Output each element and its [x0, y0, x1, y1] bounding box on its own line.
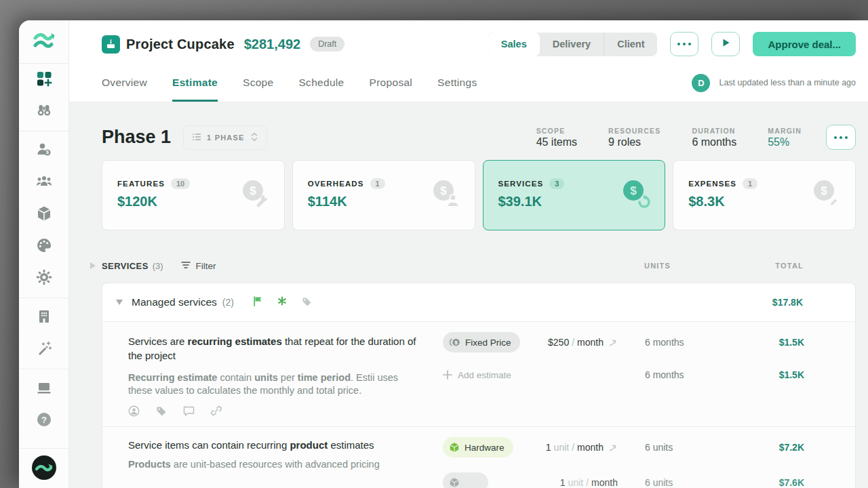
sidebar-item-theme[interactable] — [19, 230, 68, 262]
count-badge: 3 — [549, 178, 564, 189]
comment-icon[interactable] — [183, 405, 195, 417]
filter-icon — [181, 260, 191, 272]
sidebar-item-settings[interactable] — [19, 262, 68, 294]
play-button[interactable] — [711, 32, 740, 56]
price-cell[interactable]: 1 unit / month — [524, 442, 618, 453]
tab-schedule[interactable]: Schedule — [298, 64, 344, 102]
tab-proposal[interactable]: Proposal — [370, 64, 413, 102]
add-estimate-button[interactable]: Add estimate — [443, 370, 511, 380]
sidebar-item-search[interactable] — [19, 96, 68, 127]
segment-client[interactable]: Client — [604, 33, 657, 56]
trend-arrow-icon — [609, 338, 618, 346]
phase-list-icon — [192, 132, 201, 143]
sidebar-item-company[interactable] — [19, 302, 68, 333]
assignee-icon[interactable] — [128, 405, 140, 417]
product-cube-icon — [449, 477, 460, 488]
phase-selector[interactable]: 1 PHASE — [183, 125, 267, 150]
flag-icon[interactable] — [253, 296, 262, 309]
section-label: SERVICES — [102, 261, 149, 271]
phase-selector-label: 1 PHASE — [207, 134, 244, 142]
units-cell[interactable]: 6 units — [645, 442, 753, 453]
sidebar-item-projects[interactable] — [19, 64, 68, 96]
sidebar-item-team[interactable] — [19, 167, 68, 199]
tab-overview[interactable]: Overview — [102, 64, 147, 102]
table-row: Services are recurring estimates that re… — [102, 322, 855, 427]
dollar-person-icon: $ — [430, 178, 461, 212]
tag-small-icon[interactable] — [156, 405, 167, 417]
sidebar-profile-avatar[interactable] — [19, 450, 68, 488]
estii-logo[interactable] — [19, 20, 68, 64]
view-segmented-control: Sales Delivery Client — [488, 33, 658, 56]
status-badge: Draft — [310, 37, 344, 52]
card-services[interactable]: SERVICES 3 $39.1K $ — [483, 160, 666, 230]
total-column-header: TOTAL — [753, 262, 856, 270]
product-badge[interactable]: unit — [443, 472, 488, 488]
svg-text:$: $ — [440, 184, 447, 197]
dollar-wrench-icon: $ — [239, 178, 271, 212]
dollar-pencil-icon: $ — [810, 178, 842, 212]
filter-button[interactable]: Filter — [181, 260, 216, 272]
project-cake-icon — [102, 35, 120, 54]
gear-icon — [35, 268, 53, 289]
svg-text:$: $ — [631, 184, 637, 197]
link-icon[interactable] — [211, 405, 222, 417]
units-cell[interactable]: 6 units — [645, 477, 753, 488]
sidebar-item-rates[interactable]: $ — [19, 135, 68, 167]
ellipsis-icon — [834, 136, 848, 139]
magic-wand-icon — [36, 340, 52, 359]
units-cell[interactable]: 6 months — [645, 337, 753, 348]
stat-margin: MARGIN 55% — [768, 127, 802, 148]
chevron-updown-icon — [250, 131, 258, 144]
count-badge: 10 — [171, 178, 190, 189]
group-total: $17.8K — [752, 297, 855, 308]
svg-text:$: $ — [250, 184, 256, 197]
sidebar-divider — [19, 131, 68, 131]
disclosure-caret-icon[interactable] — [90, 262, 96, 269]
row-subdescription: Recurring estimate contain units per tim… — [128, 371, 422, 397]
sidebar-item-workspace[interactable] — [19, 373, 68, 405]
sidebar-item-help[interactable]: ? — [19, 405, 68, 436]
header-more-button[interactable] — [670, 32, 698, 56]
card-overheads[interactable]: OVERHEADS 1 $114K $ — [292, 160, 475, 230]
phase-more-button[interactable] — [826, 125, 856, 150]
stat-duration: DURATION 6 months — [692, 127, 736, 148]
category-cards: FEATURES 10 $120K $ — [102, 160, 856, 230]
sidebar-divider — [19, 448, 68, 449]
segment-delivery[interactable]: Delivery — [540, 33, 604, 56]
profile-wave-icon — [31, 454, 58, 484]
phase-stats: SCOPE 45 items RESOURCES 9 roles DURATIO… — [536, 127, 802, 148]
sidebar: $ — [19, 20, 69, 488]
caret-down-icon[interactable] — [116, 300, 123, 305]
row-subdescription: Products are unit-based resources with a… — [128, 458, 422, 471]
asterisk-icon[interactable] — [277, 296, 287, 308]
app-window: $ — [19, 20, 868, 488]
dollar-refresh-icon: $ — [620, 178, 651, 212]
price-cell[interactable]: 1 unit / month — [524, 477, 618, 488]
projects-grid-plus-icon — [35, 70, 53, 90]
tab-scope[interactable]: Scope — [243, 64, 273, 102]
segment-sales[interactable]: Sales — [488, 33, 540, 56]
user-avatar[interactable]: D — [692, 74, 710, 92]
estimate-content: Phase 1 1 PHASE — [69, 102, 868, 488]
person-dollar-icon: $ — [35, 141, 53, 161]
approve-deal-button[interactable]: Approve deal... — [753, 32, 856, 56]
sidebar-item-magic[interactable] — [19, 333, 68, 365]
total-cell: $1.5K — [753, 337, 856, 348]
sidebar-divider — [19, 369, 68, 369]
tab-settings[interactable]: Settings — [437, 64, 477, 102]
price-cell[interactable]: $250 / month — [524, 337, 618, 348]
sidebar-item-products[interactable] — [19, 199, 68, 230]
services-section-header: SERVICES (3) Filter UNITS TOTAL — [102, 256, 856, 276]
tab-estimate[interactable]: Estimate — [172, 64, 218, 102]
units-cell[interactable]: 6 months — [645, 369, 753, 380]
card-features[interactable]: FEATURES 10 $120K $ — [102, 160, 285, 230]
product-badge[interactable]: Hardware — [443, 437, 513, 458]
tag-icon[interactable] — [302, 296, 312, 309]
price-type-badge[interactable]: $ Fixed Price — [443, 332, 520, 352]
section-count: (3) — [153, 261, 163, 271]
group-row-managed-services[interactable]: Managed services (2) — [102, 283, 855, 322]
row-meta-icons — [102, 397, 855, 426]
ellipsis-icon — [677, 43, 691, 45]
binoculars-icon — [35, 102, 53, 122]
card-expenses[interactable]: EXPENSES 1 $8.3K $ — [673, 160, 856, 230]
